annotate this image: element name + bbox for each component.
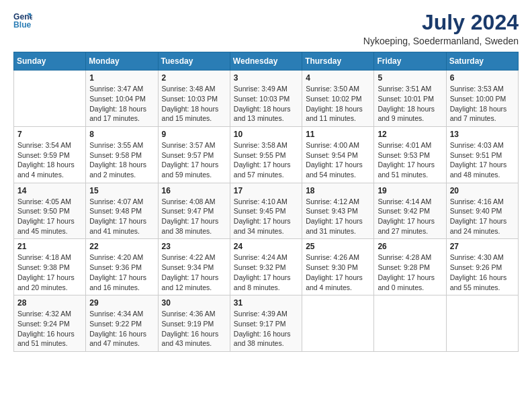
day-number: 26 — [378, 242, 442, 251]
day-number: 19 — [378, 186, 442, 195]
day-info: Sunrise: 3:49 AMSunset: 10:03 PMDaylight… — [234, 84, 298, 124]
logo-icon: General Blue — [13, 11, 32, 30]
calendar-cell: 7Sunrise: 3:54 AMSunset: 9:59 PMDaylight… — [14, 126, 86, 183]
day-number: 20 — [450, 186, 515, 195]
day-number: 3 — [234, 73, 298, 83]
calendar-cell: 15Sunrise: 4:07 AMSunset: 9:48 PMDayligh… — [86, 183, 158, 239]
day-info: Sunrise: 4:03 AMSunset: 9:51 PMDaylight:… — [450, 140, 515, 180]
calendar-cell: 20Sunrise: 4:16 AMSunset: 9:40 PMDayligh… — [446, 183, 518, 239]
calendar-cell: 28Sunrise: 4:32 AMSunset: 9:24 PMDayligh… — [14, 295, 86, 352]
day-number: 7 — [17, 130, 82, 139]
day-info: Sunrise: 3:58 AMSunset: 9:55 PMDaylight:… — [234, 140, 298, 180]
col-header-thursday: Thursday — [302, 52, 374, 71]
calendar-cell: 9Sunrise: 3:57 AMSunset: 9:57 PMDaylight… — [158, 126, 230, 183]
calendar-cell — [446, 295, 518, 352]
calendar-header-row: SundayMondayTuesdayWednesdayThursdayFrid… — [14, 52, 519, 71]
col-header-saturday: Saturday — [446, 52, 518, 71]
title-block: July 2024 Nykoeping, Soedermanland, Swed… — [363, 11, 519, 46]
day-info: Sunrise: 4:07 AMSunset: 9:48 PMDaylight:… — [89, 197, 154, 236]
calendar-cell: 31Sunrise: 4:39 AMSunset: 9:17 PMDayligh… — [230, 295, 302, 352]
day-number: 23 — [162, 242, 226, 251]
calendar-cell: 3Sunrise: 3:49 AMSunset: 10:03 PMDayligh… — [230, 71, 302, 127]
calendar-cell: 1Sunrise: 3:47 AMSunset: 10:04 PMDayligh… — [86, 71, 158, 127]
calendar-cell: 25Sunrise: 4:26 AMSunset: 9:30 PMDayligh… — [302, 239, 374, 295]
calendar-cell: 18Sunrise: 4:12 AMSunset: 9:43 PMDayligh… — [302, 183, 374, 239]
day-number: 30 — [162, 298, 226, 308]
col-header-friday: Friday — [374, 52, 446, 71]
day-number: 13 — [450, 130, 515, 139]
calendar-cell: 30Sunrise: 4:36 AMSunset: 9:19 PMDayligh… — [158, 295, 230, 352]
calendar-cell: 21Sunrise: 4:18 AMSunset: 9:38 PMDayligh… — [14, 239, 86, 295]
calendar-cell: 12Sunrise: 4:01 AMSunset: 9:53 PMDayligh… — [374, 126, 446, 183]
calendar-cell: 6Sunrise: 3:53 AMSunset: 10:00 PMDayligh… — [446, 71, 518, 127]
day-number: 10 — [234, 130, 298, 139]
calendar-cell: 27Sunrise: 4:30 AMSunset: 9:26 PMDayligh… — [446, 239, 518, 295]
day-number: 27 — [450, 242, 515, 251]
day-info: Sunrise: 4:00 AMSunset: 9:54 PMDaylight:… — [306, 140, 370, 180]
calendar-cell: 29Sunrise: 4:34 AMSunset: 9:22 PMDayligh… — [86, 295, 158, 352]
day-number: 11 — [306, 130, 370, 139]
calendar-cell: 4Sunrise: 3:50 AMSunset: 10:02 PMDayligh… — [302, 71, 374, 127]
day-info: Sunrise: 3:54 AMSunset: 9:59 PMDaylight:… — [17, 140, 82, 180]
calendar-cell: 2Sunrise: 3:48 AMSunset: 10:03 PMDayligh… — [158, 71, 230, 127]
day-info: Sunrise: 4:20 AMSunset: 9:36 PMDaylight:… — [89, 253, 154, 292]
day-info: Sunrise: 4:01 AMSunset: 9:53 PMDaylight:… — [378, 140, 442, 180]
calendar-cell — [374, 295, 446, 352]
calendar-week-1: 1Sunrise: 3:47 AMSunset: 10:04 PMDayligh… — [14, 71, 519, 127]
day-number: 29 — [89, 298, 154, 308]
day-info: Sunrise: 4:36 AMSunset: 9:19 PMDaylight:… — [162, 309, 226, 349]
month-year: July 2024 — [363, 11, 519, 34]
day-number: 1 — [89, 73, 154, 83]
day-info: Sunrise: 3:50 AMSunset: 10:02 PMDaylight… — [306, 84, 370, 124]
day-info: Sunrise: 4:12 AMSunset: 9:43 PMDaylight:… — [306, 197, 370, 236]
calendar-cell: 10Sunrise: 3:58 AMSunset: 9:55 PMDayligh… — [230, 126, 302, 183]
calendar-cell: 14Sunrise: 4:05 AMSunset: 9:50 PMDayligh… — [14, 183, 86, 239]
col-header-wednesday: Wednesday — [230, 52, 302, 71]
day-number: 15 — [89, 186, 154, 195]
calendar-cell: 26Sunrise: 4:28 AMSunset: 9:28 PMDayligh… — [374, 239, 446, 295]
day-info: Sunrise: 3:55 AMSunset: 9:58 PMDaylight:… — [89, 140, 154, 180]
svg-text:Blue: Blue — [13, 20, 32, 30]
day-number: 8 — [89, 130, 154, 139]
day-info: Sunrise: 4:39 AMSunset: 9:17 PMDaylight:… — [234, 309, 298, 349]
day-info: Sunrise: 3:53 AMSunset: 10:00 PMDaylight… — [450, 84, 515, 124]
day-info: Sunrise: 4:05 AMSunset: 9:50 PMDaylight:… — [17, 197, 82, 236]
calendar-cell — [14, 71, 86, 127]
day-info: Sunrise: 3:57 AMSunset: 9:57 PMDaylight:… — [162, 140, 226, 180]
calendar-cell: 24Sunrise: 4:24 AMSunset: 9:32 PMDayligh… — [230, 239, 302, 295]
day-info: Sunrise: 3:51 AMSunset: 10:01 PMDaylight… — [378, 84, 442, 124]
calendar-cell: 5Sunrise: 3:51 AMSunset: 10:01 PMDayligh… — [374, 71, 446, 127]
day-number: 18 — [306, 186, 370, 195]
day-info: Sunrise: 4:30 AMSunset: 9:26 PMDaylight:… — [450, 253, 515, 292]
calendar-week-3: 14Sunrise: 4:05 AMSunset: 9:50 PMDayligh… — [14, 183, 519, 239]
day-number: 2 — [162, 73, 226, 83]
day-info: Sunrise: 4:26 AMSunset: 9:30 PMDaylight:… — [306, 253, 370, 292]
day-number: 4 — [306, 73, 370, 83]
day-info: Sunrise: 4:22 AMSunset: 9:34 PMDaylight:… — [162, 253, 226, 292]
day-info: Sunrise: 3:47 AMSunset: 10:04 PMDaylight… — [89, 84, 154, 124]
calendar-cell: 22Sunrise: 4:20 AMSunset: 9:36 PMDayligh… — [86, 239, 158, 295]
day-number: 14 — [17, 186, 82, 195]
day-info: Sunrise: 4:14 AMSunset: 9:42 PMDaylight:… — [378, 197, 442, 236]
col-header-tuesday: Tuesday — [158, 52, 230, 71]
day-number: 25 — [306, 242, 370, 251]
day-number: 31 — [234, 298, 298, 308]
calendar-cell: 8Sunrise: 3:55 AMSunset: 9:58 PMDaylight… — [86, 126, 158, 183]
col-header-sunday: Sunday — [14, 52, 86, 71]
day-info: Sunrise: 4:24 AMSunset: 9:32 PMDaylight:… — [234, 253, 298, 292]
day-info: Sunrise: 4:32 AMSunset: 9:24 PMDaylight:… — [17, 309, 82, 349]
day-info: Sunrise: 4:08 AMSunset: 9:47 PMDaylight:… — [162, 197, 226, 236]
day-number: 22 — [89, 242, 154, 251]
logo: General Blue — [13, 11, 32, 30]
calendar-week-4: 21Sunrise: 4:18 AMSunset: 9:38 PMDayligh… — [14, 239, 519, 295]
day-number: 28 — [17, 298, 82, 308]
day-number: 21 — [17, 242, 82, 251]
calendar-cell: 23Sunrise: 4:22 AMSunset: 9:34 PMDayligh… — [158, 239, 230, 295]
calendar-table: SundayMondayTuesdayWednesdayThursdayFrid… — [13, 52, 519, 352]
day-info: Sunrise: 4:28 AMSunset: 9:28 PMDaylight:… — [378, 253, 442, 292]
day-number: 9 — [162, 130, 226, 139]
calendar-cell: 11Sunrise: 4:00 AMSunset: 9:54 PMDayligh… — [302, 126, 374, 183]
day-info: Sunrise: 4:16 AMSunset: 9:40 PMDaylight:… — [450, 197, 515, 236]
col-header-monday: Monday — [86, 52, 158, 71]
calendar-week-2: 7Sunrise: 3:54 AMSunset: 9:59 PMDaylight… — [14, 126, 519, 183]
